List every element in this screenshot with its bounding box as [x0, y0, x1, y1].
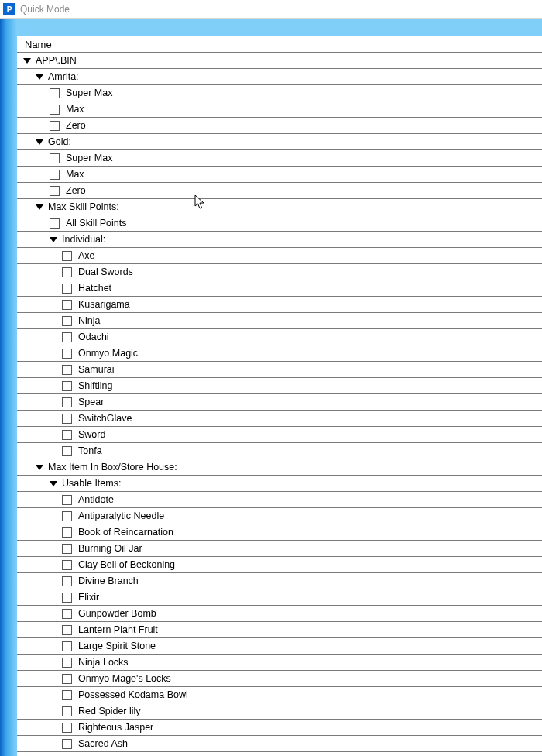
checkbox[interactable]	[62, 544, 72, 554]
tree-row[interactable]: Divine Branch	[17, 573, 542, 589]
tree-row[interactable]: Kusarigama	[17, 297, 542, 313]
tree-row[interactable]: Gold:	[17, 134, 542, 150]
checkbox[interactable]	[62, 284, 72, 294]
checkbox[interactable]	[62, 414, 72, 424]
checkbox[interactable]	[62, 430, 72, 440]
checkbox[interactable]	[50, 218, 60, 229]
expander-arrow-icon[interactable]	[50, 481, 57, 486]
checkbox[interactable]	[62, 658, 72, 668]
tree-row[interactable]: Sword	[17, 427, 542, 443]
tree-item-label: Max Skill Points:	[48, 201, 119, 212]
tree-row[interactable]: Super Max	[17, 150, 542, 167]
checkbox[interactable]	[62, 511, 72, 521]
tree-item-label: Hatchet	[78, 283, 111, 294]
column-header-row[interactable]: Name	[17, 36, 542, 53]
tree-row[interactable]: Tonfa	[17, 443, 542, 459]
tree-item-label: Onmyo Magic	[78, 348, 138, 359]
checkbox[interactable]	[50, 170, 60, 180]
tree-row[interactable]: Book of Reincarnation	[17, 524, 542, 541]
expander-arrow-icon[interactable]	[36, 74, 43, 80]
tree-row[interactable]: Hatchet	[17, 280, 542, 297]
tree-row[interactable]: Zero	[17, 118, 542, 134]
expander-arrow-icon[interactable]	[36, 465, 43, 470]
checkbox[interactable]	[62, 641, 72, 651]
tree-row[interactable]: Gunpowder Bomb	[17, 606, 542, 622]
tree-row[interactable]: Large Spirit Stone	[17, 638, 542, 655]
checkbox[interactable]	[62, 332, 72, 342]
checkbox[interactable]	[62, 674, 72, 684]
tree-row[interactable]: APP\.BIN	[17, 53, 542, 69]
checkbox[interactable]	[62, 251, 72, 261]
checkbox[interactable]	[62, 267, 72, 277]
tree-item-label: Onmyo Mage's Locks	[78, 673, 171, 684]
tree-row[interactable]: Odachi	[17, 329, 542, 345]
tree-row[interactable]: Ninja Locks	[17, 655, 542, 671]
tree-row[interactable]: Usable Items:	[17, 476, 542, 492]
checkbox[interactable]	[62, 576, 72, 586]
checkbox[interactable]	[62, 397, 72, 407]
tree-row[interactable]: Lantern Plant Fruit	[17, 622, 542, 638]
tree-row[interactable]: Righteous Jasper	[17, 720, 542, 736]
tree-item-label: Sacred Ash	[78, 738, 128, 749]
checkbox[interactable]	[62, 739, 72, 749]
tree-row[interactable]: Axe	[17, 248, 542, 264]
checkbox[interactable]	[62, 495, 72, 505]
tree-row[interactable]: Sacred Ash	[17, 736, 542, 752]
checkbox[interactable]	[62, 349, 72, 359]
tree-row[interactable]: Possessed Kodama Bowl	[17, 687, 542, 703]
tree-item-label: Super Max	[66, 153, 112, 163]
checkbox[interactable]	[62, 381, 72, 391]
checkbox[interactable]	[62, 723, 72, 733]
tree-item-label: Axe	[78, 250, 95, 261]
expander-arrow-icon[interactable]	[50, 237, 57, 242]
expander-arrow-icon[interactable]	[36, 139, 43, 145]
checkbox[interactable]	[62, 446, 72, 456]
tree-row[interactable]: Amrita:	[17, 69, 542, 85]
checkbox[interactable]	[50, 186, 60, 196]
titlebar[interactable]: P Quick Mode	[0, 0, 542, 19]
expander-arrow-icon[interactable]	[36, 204, 43, 210]
tree-item-label: Book of Reincarnation	[78, 527, 173, 538]
tree-row[interactable]: Max	[17, 101, 542, 118]
tree-item-label: Sword	[78, 429, 105, 440]
tree-row[interactable]: SwitchGlave	[17, 411, 542, 427]
tree-row[interactable]: Antidote	[17, 492, 542, 508]
tree-row[interactable]: Dual Swords	[17, 264, 542, 280]
checkbox[interactable]	[62, 300, 72, 310]
tree-row[interactable]: Spear	[17, 394, 542, 411]
checkbox[interactable]	[50, 88, 60, 98]
tree-row[interactable]: Onmyo Magic	[17, 345, 542, 362]
tree-row[interactable]: Shiftling	[17, 378, 542, 394]
tree-row[interactable]: Samurai	[17, 362, 542, 378]
tree-item-label: Righteous Jasper	[78, 722, 153, 733]
tree-item-label: Gold:	[48, 136, 71, 147]
tree-row[interactable]: Burning Oil Jar	[17, 541, 542, 557]
tree-row[interactable]: Ninja	[17, 313, 542, 329]
checkbox[interactable]	[62, 560, 72, 570]
checkbox[interactable]	[62, 593, 72, 603]
tree-row[interactable]: Red Spider lily	[17, 703, 542, 720]
checkbox[interactable]	[62, 527, 72, 538]
expander-arrow-icon[interactable]	[23, 58, 31, 64]
checkbox[interactable]	[50, 121, 60, 131]
tree-row[interactable]: Elixir	[17, 589, 542, 606]
checkbox[interactable]	[62, 609, 72, 619]
tree-row[interactable]: Max	[17, 167, 542, 183]
checkbox[interactable]	[62, 690, 72, 700]
tree-row[interactable]: Zero	[17, 183, 542, 199]
tree-row[interactable]: Onmyo Mage's Locks	[17, 671, 542, 687]
checkbox[interactable]	[50, 105, 60, 115]
checkbox[interactable]	[50, 153, 60, 163]
tree-item-label: Spear	[78, 397, 104, 407]
tree-row[interactable]: Individual:	[17, 232, 542, 248]
tree-row[interactable]: Max Item In Box/Store House:	[17, 459, 542, 476]
tree-row[interactable]: Clay Bell of Beckoning	[17, 557, 542, 573]
tree-row[interactable]: Max Skill Points:	[17, 199, 542, 215]
checkbox[interactable]	[62, 625, 72, 635]
checkbox[interactable]	[62, 316, 72, 326]
tree-row[interactable]: Antiparalytic Needle	[17, 508, 542, 524]
tree-row[interactable]: Super Max	[17, 85, 542, 101]
checkbox[interactable]	[62, 706, 72, 716]
tree-row[interactable]: All Skill Points	[17, 215, 542, 232]
checkbox[interactable]	[62, 365, 72, 375]
